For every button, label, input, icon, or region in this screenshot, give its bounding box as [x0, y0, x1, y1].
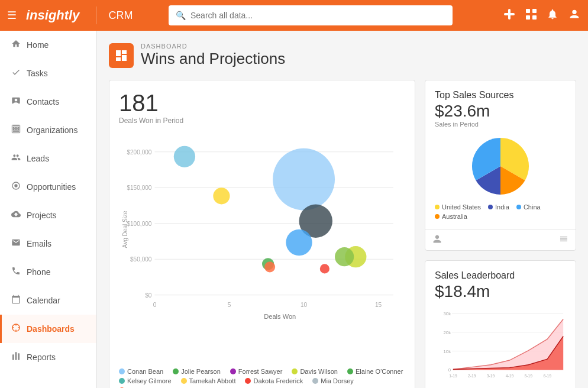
deals-won-subtitle: Deals Won in Period	[119, 117, 405, 125]
legend-item: Jolie Pearson	[173, 368, 221, 375]
sidebar-item-opportunities[interactable]: Opportunities	[0, 173, 96, 201]
leads-icon	[11, 153, 21, 164]
sidebar-item-contacts[interactable]: Contacts	[0, 88, 96, 116]
sidebar-item-organizations[interactable]: Organizations	[0, 116, 96, 144]
sidebar-item-emails[interactable]: Emails	[0, 229, 96, 258]
legend-dot	[347, 368, 353, 374]
sidebar-label-contacts: Contacts	[27, 97, 59, 106]
right-column: Top Sales Sources $23.6m Sales in Period	[425, 80, 576, 388]
svg-text:20k: 20k	[444, 330, 451, 335]
svg-rect-1	[504, 13, 515, 15]
sidebar-item-calendar[interactable]: Calendar	[0, 286, 96, 315]
svg-text:1-19: 1-19	[449, 374, 457, 378]
header: ☰ insightly CRM 🔍	[0, 0, 588, 31]
svg-text:$100,000: $100,000	[127, 221, 151, 227]
dashboard-title: Wins and Projections	[141, 50, 285, 68]
legend-label: Conan Bean	[127, 368, 163, 375]
svg-point-41	[286, 229, 312, 256]
crm-label: CRM	[108, 9, 133, 22]
sidebar-label-organizations: Organizations	[27, 125, 77, 135]
search-input[interactable]	[190, 11, 445, 20]
svg-point-44	[264, 261, 275, 272]
legend-label: Davis Wilson	[300, 368, 338, 375]
sidebar-label-calendar: Calendar	[27, 296, 60, 305]
svg-rect-10	[18, 127, 20, 128]
sidebar-item-reports[interactable]: Reports	[0, 343, 96, 371]
legend-item: Kelsey Gilmore	[119, 377, 172, 384]
top-sales-amount: $23.6m	[435, 102, 566, 121]
sidebar-item-tasks[interactable]: Tasks	[0, 59, 96, 88]
svg-point-35	[174, 146, 195, 167]
user-avatar[interactable]	[568, 8, 581, 24]
layout: Home Tasks Contacts Organizations Leads	[0, 31, 588, 388]
dashboard-label: DASHBOARD	[141, 43, 285, 50]
sidebar-item-phone[interactable]: Phone	[0, 258, 96, 286]
organizations-icon	[11, 124, 21, 136]
add-button[interactable]	[503, 8, 516, 24]
legend-item: Conan Bean	[119, 368, 163, 375]
dashboards-icon	[11, 323, 21, 335]
phone-icon	[11, 266, 21, 278]
svg-text:10k: 10k	[444, 349, 451, 354]
projects-icon	[11, 209, 21, 221]
header-actions	[503, 8, 581, 24]
pie-legend: United States India China	[435, 203, 566, 220]
pie-legend-label-china: China	[524, 203, 541, 211]
top-sales-footer-person-icon[interactable]	[432, 234, 442, 246]
dashboard-header: DASHBOARD Wins and Projections	[109, 43, 576, 68]
svg-rect-2	[526, 9, 530, 13]
svg-rect-11	[13, 128, 15, 130]
svg-rect-3	[532, 9, 537, 13]
svg-point-37	[273, 148, 335, 211]
sidebar-item-projects[interactable]: Projects	[0, 201, 96, 229]
contacts-icon	[11, 96, 21, 108]
calendar-icon	[11, 295, 21, 306]
svg-text:5-19: 5-19	[525, 374, 533, 378]
sidebar-item-home[interactable]: Home	[0, 31, 96, 59]
top-sales-subtitle: Sales in Period	[435, 121, 566, 128]
pie-dot-china	[516, 205, 521, 209]
search-icon: 🔍	[176, 11, 186, 20]
grid-icon[interactable]	[525, 8, 537, 23]
sidebar-label-home: Home	[27, 40, 49, 50]
svg-point-6	[572, 9, 576, 14]
sidebar-item-leads[interactable]: Leads	[0, 144, 96, 173]
legend-dot	[119, 378, 125, 384]
chart-legend: Conan Bean Jolie Pearson Forrest Sawyer …	[109, 363, 415, 388]
sidebar-label-dashboards: Dashboards	[27, 324, 75, 334]
pie-legend-item-india: India	[488, 203, 509, 211]
dashboard-icon	[109, 43, 134, 68]
legend-item: Mia Dorsey	[312, 377, 354, 384]
sidebar-item-dashboards[interactable]: Dashboards	[0, 315, 96, 343]
search-bar[interactable]: 🔍	[169, 5, 453, 25]
sidebar-label-tasks: Tasks	[27, 69, 48, 78]
svg-rect-18	[18, 353, 20, 360]
top-sales-title: Top Sales Sources	[435, 90, 566, 101]
bell-icon[interactable]	[547, 8, 558, 23]
legend-dot	[181, 378, 187, 384]
sales-leaderboard-title: Sales Leaderboard	[435, 270, 566, 281]
top-sales-footer-list-icon[interactable]	[559, 234, 568, 246]
bubble-chart-card: 181 Deals Won in Period $200,000 $150,00…	[109, 80, 415, 388]
svg-text:6-19: 6-19	[543, 374, 551, 378]
svg-text:5: 5	[228, 302, 231, 308]
menu-icon[interactable]: ☰	[7, 9, 17, 22]
svg-text:$150,000: $150,000	[127, 185, 151, 191]
svg-text:15: 15	[375, 302, 382, 308]
svg-text:30k: 30k	[444, 311, 451, 316]
pie-dot-us	[435, 205, 440, 209]
legend-item: Dakota Frederick	[245, 377, 303, 384]
legend-dot	[230, 368, 236, 374]
deals-won-number: 181	[119, 90, 405, 117]
svg-rect-13	[18, 128, 20, 130]
legend-dot	[292, 368, 298, 374]
legend-label: Tamekah Abbott	[189, 377, 236, 384]
pie-legend-item-australia: Australia	[435, 213, 467, 220]
pie-legend-label-australia: Australia	[442, 213, 467, 220]
legend-label: Dakota Frederick	[253, 377, 303, 384]
legend-item: Forrest Sawyer	[230, 368, 283, 375]
svg-text:$50,000: $50,000	[130, 256, 152, 263]
svg-rect-16	[15, 352, 17, 360]
legend-dot	[245, 378, 251, 384]
legend-item: Elaine O'Conner	[347, 368, 403, 375]
